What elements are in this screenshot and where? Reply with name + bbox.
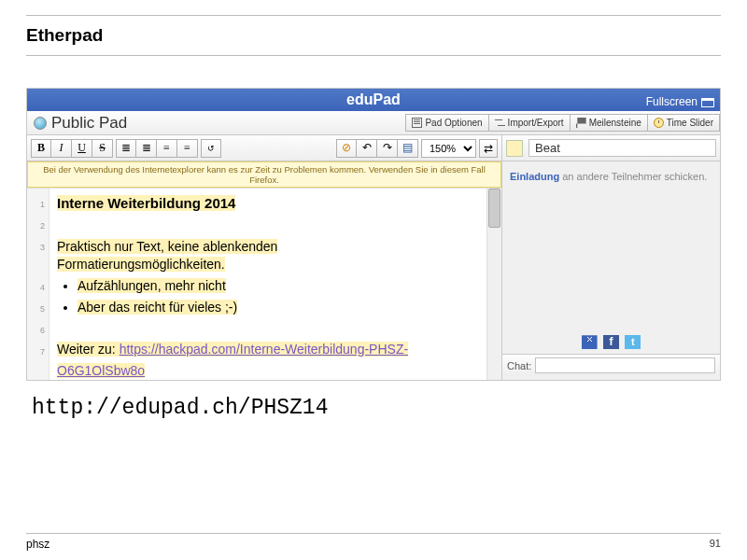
username-input[interactable] — [529, 139, 716, 157]
scrollbar[interactable] — [486, 189, 501, 380]
flag-icon — [576, 118, 586, 128]
globe-icon — [34, 117, 47, 130]
italic-button[interactable]: I — [51, 139, 72, 158]
etherpad-app: eduPad Fullscreen Public Pad Pad Optione… — [26, 88, 721, 381]
import-export-button[interactable]: Import/Export — [489, 114, 571, 132]
milestones-button[interactable]: Meilensteine — [571, 114, 648, 132]
pad-options-button[interactable]: Pad Optionen — [405, 114, 488, 132]
editor-content[interactable]: Interne Weiterbildung 2014 Praktisch nur… — [49, 189, 486, 380]
swap-panels-button[interactable]: ⇄ — [479, 139, 498, 158]
pad-title: Public Pad — [51, 114, 127, 133]
app-header: eduPad Fullscreen — [27, 89, 720, 111]
fullscreen-icon — [701, 98, 714, 107]
indent-button[interactable]: ≡ — [157, 139, 177, 158]
clear-format-button[interactable]: ↺ — [201, 139, 221, 158]
facebook-icon[interactable]: f — [603, 335, 619, 349]
chat-label: Chat: — [507, 360, 531, 371]
chat-input[interactable] — [535, 357, 715, 373]
ulist-button[interactable]: ≣ — [116, 139, 136, 158]
pad-url: http://edupad.ch/PHSZ14 — [32, 396, 721, 420]
save-button[interactable]: ▤ — [398, 139, 418, 158]
list-item: Aber das reicht für vieles ;-) — [78, 300, 237, 315]
share-bar: f — [502, 329, 720, 354]
fullscreen-button[interactable]: Fullscreen — [646, 91, 714, 113]
strike-button[interactable]: S — [92, 139, 113, 158]
clock-icon — [654, 118, 664, 128]
line-numbers: 1234567 — [27, 189, 49, 380]
editor-area[interactable]: 1234567 Interne Weiterbildung 2014 Prakt… — [27, 188, 501, 380]
outdent-button[interactable]: ≡ — [177, 139, 198, 158]
invite-text: Einladung an andere Teilnehmer schicken. — [502, 161, 720, 191]
undo-color-button[interactable]: ⊘ — [336, 139, 357, 158]
underline-button[interactable]: U — [72, 139, 92, 158]
undo-button[interactable]: ↶ — [357, 139, 377, 158]
twitter-icon[interactable] — [625, 335, 641, 349]
format-toolbar: B I U S ≣ ≣ ≡ ≡ ↺ ⊘ ↶ — [27, 135, 501, 161]
swap-icon — [495, 118, 505, 128]
bold-button[interactable]: B — [31, 139, 51, 158]
pad-title-bar: Public Pad Pad Optionen Import/Export Me… — [27, 111, 720, 135]
mail-icon[interactable] — [582, 335, 598, 349]
page-number: 91 — [710, 538, 721, 551]
olist-button[interactable]: ≣ — [136, 139, 157, 158]
footer-brand: phsz — [26, 538, 49, 551]
slide-title: Etherpad — [26, 25, 721, 46]
list-item: Aufzählungen, mehr nicht — [78, 278, 226, 293]
time-slider-button[interactable]: Time Slider — [648, 114, 720, 132]
document-icon — [412, 118, 422, 128]
user-color-swatch[interactable] — [506, 140, 523, 157]
browser-warning: Bei der Verwendung des Internetexplorer … — [27, 161, 501, 188]
doc-heading: Interne Weiterbildung 2014 — [57, 195, 235, 211]
redo-button[interactable]: ↷ — [377, 139, 398, 158]
scroll-thumb[interactable] — [488, 189, 500, 228]
zoom-select[interactable]: 150% — [421, 139, 476, 158]
app-name: eduPad — [346, 91, 401, 107]
invite-link[interactable]: Einladung — [510, 171, 559, 182]
